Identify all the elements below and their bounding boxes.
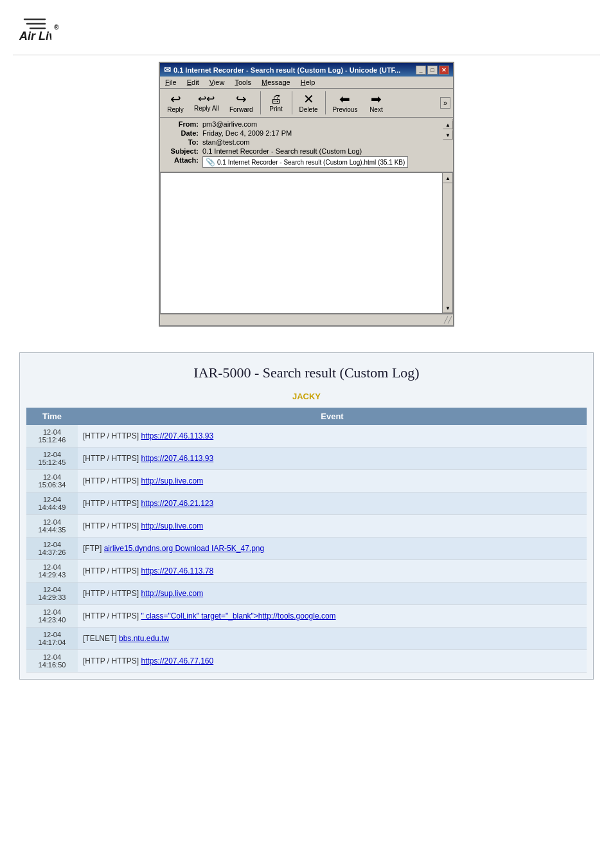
event-cell: [HTTP / HTTPS] " class="ColLink" target=… (78, 605, 587, 628)
table-row: 12-04 14:44:49[HTTP / HTTPS] https://207… (26, 493, 587, 515)
reply-icon: ↩ (170, 93, 181, 105)
email-body: ▲ ▼ (160, 172, 453, 314)
scrollbar-thumb[interactable] (443, 183, 452, 303)
email-toolbar: ↩ Reply ↩↩ Reply All ↪ Forward 🖨 Print ✕… (160, 89, 453, 118)
print-label: Print (269, 105, 283, 113)
time-cell: 12-04 15:12:45 (26, 448, 78, 470)
email-window: ✉ 0.1 Internet Recorder - Search result … (159, 62, 454, 327)
toolbar-separator-1 (260, 91, 261, 114)
event-link[interactable]: https://207.46.113.93 (141, 431, 213, 440)
table-row: 12-04 14:29:43[HTTP / HTTPS] https://207… (26, 560, 587, 583)
event-link[interactable]: http://sup.live.com (141, 589, 203, 598)
toolbar-separator-2 (292, 91, 292, 114)
header-scroll2-up[interactable]: ▲ (443, 120, 453, 129)
main-content: IAR-5000 - Search result (Custom Log) JA… (0, 339, 613, 692)
date-value: Friday, Dec 4, 2009 2:17 PM (202, 129, 448, 137)
time-cell: 12-04 14:16:50 (26, 650, 78, 673)
next-button[interactable]: ➡ Next (363, 91, 389, 115)
window-title: 0.1 Internet Recorder - Search result (C… (173, 66, 400, 74)
event-prefix: [FTP] (83, 544, 104, 553)
event-prefix: [HTTP / HTTPS] (83, 656, 141, 665)
reply-button[interactable]: ↩ Reply (163, 91, 188, 115)
event-column-header: Event (78, 408, 587, 425)
previous-button[interactable]: ⬅ Previous (328, 91, 362, 115)
table-row: 12-04 15:06:34[HTTP / HTTPS] http://sup.… (26, 470, 587, 493)
attach-label: Attach: (165, 156, 199, 164)
delete-icon: ✕ (303, 93, 314, 105)
results-title: IAR-5000 - Search result (Custom Log) (26, 359, 587, 386)
resize-grip[interactable]: ╱╱ (444, 316, 452, 323)
time-cell: 12-04 14:17:04 (26, 628, 78, 650)
event-cell: [HTTP / HTTPS] https://207.46.113.93 (78, 425, 587, 448)
event-link[interactable]: bbs.ntu.edu.tw (119, 634, 169, 643)
svg-text:Air Live: Air Live (19, 30, 51, 42)
more-button[interactable]: » (440, 97, 450, 109)
reply-all-icon: ↩↩ (198, 94, 215, 104)
menu-view[interactable]: View (208, 78, 226, 87)
event-cell: [HTTP / HTTPS] https://207.46.113.78 (78, 560, 587, 583)
menu-edit[interactable]: Edit (186, 78, 200, 87)
maximize-button[interactable]: □ (427, 66, 438, 75)
date-label: Date: (165, 129, 199, 137)
titlebar-controls[interactable]: _ □ ✕ (416, 66, 449, 75)
time-cell: 12-04 15:12:46 (26, 425, 78, 448)
scrollbar-down-btn[interactable]: ▼ (443, 303, 453, 313)
from-row: From: pm3@airlive.com ▲ ▼ (165, 120, 448, 128)
menu-file[interactable]: File (164, 78, 178, 87)
forward-button[interactable]: ↪ Forward (225, 91, 258, 115)
event-link[interactable]: https://207.46.77.160 (141, 656, 213, 665)
scrollbar-up-btn[interactable]: ▲ (443, 173, 453, 183)
event-prefix: [HTTP / HTTPS] (83, 566, 141, 575)
time-cell: 12-04 14:23:40 (26, 605, 78, 628)
event-link[interactable]: https://207.46.113.93 (141, 454, 213, 463)
table-row: 12-04 15:12:45[HTTP / HTTPS] https://207… (26, 448, 587, 470)
table-row: 12-04 14:16:50[HTTP / HTTPS] https://207… (26, 650, 587, 673)
time-cell: 12-04 14:29:43 (26, 560, 78, 583)
time-cell: 12-04 14:37:26 (26, 538, 78, 560)
delete-button[interactable]: ✕ Delete (295, 91, 323, 115)
to-row: To: stan@test.com ▲ ▼ (165, 138, 448, 146)
previous-icon: ⬅ (339, 93, 350, 105)
reply-all-button[interactable]: ↩↩ Reply All (190, 92, 224, 114)
next-icon: ➡ (371, 93, 382, 105)
email-menubar: File Edit View Tools Message Help (160, 77, 453, 89)
event-prefix: [HTTP / HTTPS] (83, 499, 141, 508)
event-prefix: [TELNET] (83, 634, 119, 643)
body-scrollbar: ▲ ▼ (442, 173, 452, 313)
table-row: 12-04 14:29:33[HTTP / HTTPS] http://sup.… (26, 583, 587, 605)
menu-message[interactable]: Message (260, 78, 292, 87)
event-cell: [HTTP / HTTPS] https://207.46.21.123 (78, 493, 587, 515)
menu-help[interactable]: Help (299, 78, 317, 87)
email-headers: From: pm3@airlive.com ▲ ▼ Date: Friday, … (160, 118, 453, 172)
attach-icon: 📎 (206, 158, 215, 167)
titlebar-left: ✉ 0.1 Internet Recorder - Search result … (164, 65, 400, 75)
event-link[interactable]: https://207.46.21.123 (141, 499, 213, 508)
print-icon: 🖨 (271, 93, 282, 105)
time-cell: 12-04 14:44:35 (26, 515, 78, 538)
to-value: stan@test.com (202, 138, 448, 146)
menu-tools[interactable]: Tools (233, 78, 253, 87)
print-button[interactable]: 🖨 Print (263, 91, 289, 114)
minimize-button[interactable]: _ (416, 66, 426, 75)
subject-value: 0.1 Internet Recorder - Search result (C… (202, 147, 448, 155)
event-prefix: [HTTP / HTTPS] (83, 589, 141, 598)
event-cell: [HTTP / HTTPS] https://207.46.113.93 (78, 448, 587, 470)
event-link[interactable]: " class="ColLink" target="_blank">http:/… (141, 611, 335, 620)
header-scroll2-down[interactable]: ▼ (443, 131, 453, 140)
event-cell: [HTTP / HTTPS] http://sup.live.com (78, 470, 587, 493)
reply-label: Reply (167, 106, 184, 113)
event-link[interactable]: airlive15.dyndns.org Download IAR-5K_47.… (104, 544, 265, 553)
forward-icon: ↪ (236, 93, 247, 105)
previous-label: Previous (333, 106, 358, 113)
event-link[interactable]: http://sup.live.com (141, 521, 203, 530)
date-row: Date: Friday, Dec 4, 2009 2:17 PM (165, 129, 448, 137)
from-label: From: (165, 120, 199, 128)
results-table: Time Event 12-04 15:12:46[HTTP / HTTPS] … (26, 408, 587, 673)
event-prefix: [HTTP / HTTPS] (83, 611, 141, 620)
event-cell: [TELNET] bbs.ntu.edu.tw (78, 628, 587, 650)
attachment-link[interactable]: 📎 0.1 Internet Recorder - Search result … (202, 156, 408, 168)
table-row: 12-04 14:23:40[HTTP / HTTPS] " class="Co… (26, 605, 587, 628)
event-link[interactable]: http://sup.live.com (141, 476, 203, 485)
close-button[interactable]: ✕ (439, 66, 449, 75)
event-link[interactable]: https://207.46.113.78 (141, 566, 213, 575)
